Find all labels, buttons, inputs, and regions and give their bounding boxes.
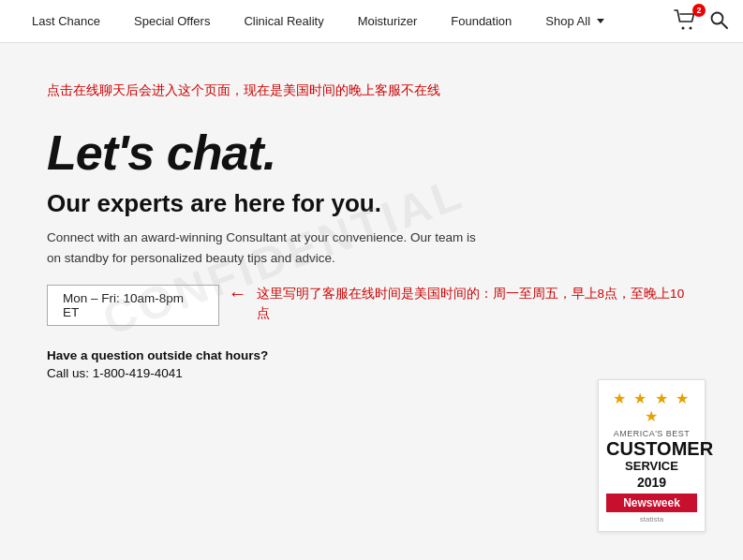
- nav-links: Last Chance Special Offers Clinical Real…: [15, 0, 621, 43]
- svg-line-3: [721, 22, 727, 28]
- nav-item-shop-all[interactable]: Shop All: [528, 0, 621, 43]
- nav-item-special-offers[interactable]: Special Offers: [117, 0, 227, 43]
- main-content: CONFIDENTIAL 点击在线聊天后会进入这个页面，现在是美国时间的晚上客服…: [0, 43, 743, 560]
- award-stars: ★ ★ ★ ★ ★: [606, 390, 697, 425]
- cart-button[interactable]: 2: [674, 9, 698, 34]
- lets-chat-heading: Let's chat.: [47, 126, 696, 180]
- search-icon: [709, 10, 728, 29]
- award-year: 2019: [606, 475, 697, 490]
- nav-right: 2: [674, 9, 728, 34]
- connect-text: Connect with an award-winning Consultant…: [47, 228, 478, 268]
- annotation-hours: 这里写明了客服在线时间是美国时间的：周一至周五，早上8点，至晚上10点: [257, 285, 696, 323]
- award-line2: Customer: [606, 439, 697, 458]
- nav-item-last-chance[interactable]: Last Chance: [15, 0, 117, 43]
- chevron-down-icon: [597, 19, 604, 23]
- svg-point-0: [682, 26, 685, 29]
- hours-box: Mon – Fri: 10am-8pm ET: [47, 285, 219, 332]
- award-badge: ★ ★ ★ ★ ★ America's Best Customer Servic…: [598, 379, 706, 532]
- award-line1: America's Best: [606, 429, 697, 438]
- annotation-top: 点击在线聊天后会进入这个页面，现在是美国时间的晚上客服不在线: [47, 81, 696, 100]
- cart-count: 2: [692, 4, 706, 17]
- hours-label: Mon – Fri: 10am-8pm ET: [47, 285, 219, 326]
- search-button[interactable]: [709, 10, 728, 33]
- question-label: Have a question outside chat hours?: [47, 348, 696, 362]
- nav-item-moisturizer[interactable]: Moisturizer: [341, 0, 435, 43]
- experts-subheading: Our experts are here for you.: [47, 189, 696, 218]
- arrow-icon: ←: [229, 283, 247, 304]
- nav-item-clinical-reality[interactable]: Clinical Reality: [227, 0, 340, 43]
- award-statista: statista: [606, 515, 697, 523]
- award-line3: Service: [606, 459, 697, 473]
- main-nav: Last Chance Special Offers Clinical Real…: [0, 0, 743, 43]
- award-newsweek: Newsweek: [606, 494, 697, 512]
- hours-section: Mon – Fri: 10am-8pm ET ← 这里写明了客服在线时间是美国时…: [47, 285, 696, 332]
- nav-item-foundation[interactable]: Foundation: [434, 0, 528, 43]
- svg-point-1: [690, 26, 692, 29]
